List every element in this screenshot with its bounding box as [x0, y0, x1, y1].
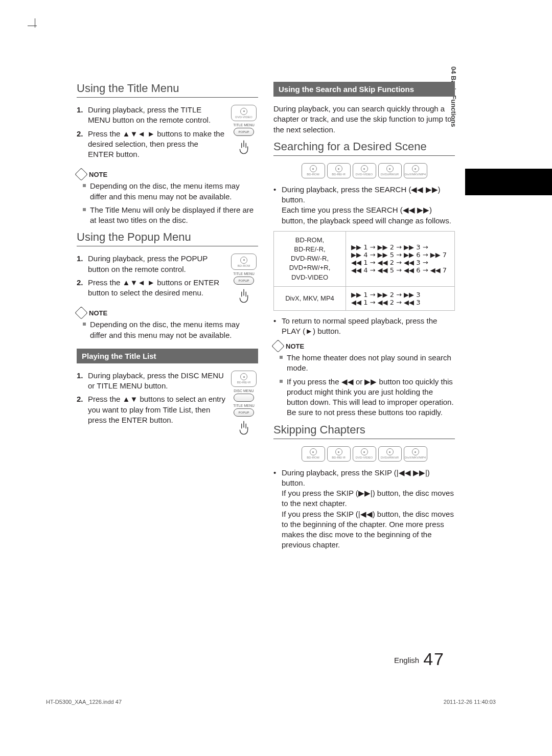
popup-button-icon: TITLE MENU POPUP — [233, 272, 255, 285]
heading-search-scene: Searching for a Desired Scene — [273, 140, 455, 156]
disc-badges-row: BD-ROM BD-RE/-R DVD-VIDEO DVD±RW/±R DivX… — [273, 446, 455, 462]
note-label: NOTE — [89, 171, 107, 178]
steps-title-list: During playback, press the DISC MENU or … — [77, 371, 225, 425]
disc-badge: DivX/MKV/MP4 — [404, 446, 427, 462]
hand-icon — [235, 138, 252, 155]
bullet-item: During playback, press the SKIP (|◀◀ ▶▶|… — [273, 468, 455, 551]
disc-badge: DVD±RW/±R — [378, 163, 402, 178]
remote-graphic: BD-RE/-R DISC MENU TITLE MENU POPUP — [229, 371, 258, 436]
note-block: NOTE Depending on the disc, the menu ite… — [77, 170, 258, 225]
heading-popup-menu: Using the Popup Menu — [77, 231, 258, 246]
step: Press the ▲▼ buttons to select an entry … — [77, 394, 225, 425]
remote-graphic: BD-ROM TITLE MENU POPUP — [229, 254, 258, 304]
note-block: NOTE The home theater does not play soun… — [273, 341, 455, 418]
note-block: NOTE Depending on the disc, the menu ite… — [77, 308, 258, 340]
disc-badge-bdrom: BD-ROM — [231, 254, 257, 270]
note-icon — [75, 307, 87, 319]
note-icon — [271, 339, 284, 352]
hand-icon — [235, 419, 252, 436]
disc-badge-dvdvideo: DVD-VIDEO — [231, 105, 257, 121]
left-column: Using the Title Menu During playback, pr… — [77, 82, 258, 556]
table-cell: ▶▶ 1 → ▶▶ 2 → ▶▶ 3 → ▶▶ 4 → ▶▶ 5 → ▶▶ 6 … — [346, 231, 455, 286]
note-item: Depending on the disc, the menu items ma… — [82, 319, 258, 340]
title-menu-button-icon: TITLE MENU POPUP — [233, 123, 255, 136]
page: 04 Basic Functions Using the Title Menu … — [0, 0, 552, 756]
table-cell: ▶▶ 1 → ▶▶ 2 → ▶▶ 3 ◀◀ 1 → ◀◀ 2 → ◀◀ 3 — [346, 286, 455, 310]
footer-timestamp: 2011-12-26 11:40:03 — [444, 699, 496, 705]
disc-badge: DVD-VIDEO — [353, 163, 376, 178]
bullet-item: During playback, press the SEARCH (◀◀ ▶▶… — [273, 185, 455, 226]
steps-title-menu: During playback, press the TITLE MENU bu… — [77, 105, 225, 159]
step: Press the ▲▼◄ ► buttons to make the desi… — [77, 129, 225, 160]
subheading-search-skip: Using the Search and Skip Functions — [273, 82, 455, 97]
step: During playback, press the TITLE MENU bu… — [77, 105, 225, 126]
heading-skipping-chapters: Skipping Chapters — [273, 423, 455, 439]
disc-badge: DVD±RW/±R — [378, 446, 402, 462]
crop-mark-icon — [28, 18, 45, 36]
thumb-tab — [465, 169, 552, 195]
footer-file: HT-D5300_XAA_1226.indd 47 — [46, 699, 122, 705]
intro-text: During playback, you can search quickly … — [273, 104, 455, 135]
note-label: NOTE — [286, 342, 304, 350]
hand-icon — [235, 287, 252, 304]
disc-menu-button-icon: DISC MENU — [234, 389, 254, 402]
disc-badge: BD-ROM — [302, 446, 325, 462]
table-cell: BD-ROM, BD-RE/-R, DVD-RW/-R, DVD+RW/+R, … — [274, 231, 346, 286]
page-number: English47 — [394, 649, 445, 669]
note-item: The home theater does not play sound in … — [279, 353, 455, 374]
disc-badges-row: BD-ROM BD-RE/-R DVD-VIDEO DVD±RW/±R DivX… — [273, 163, 455, 178]
note-label: NOTE — [89, 309, 107, 317]
disc-badge-bdrer: BD-RE/-R — [231, 371, 257, 387]
right-column: Using the Search and Skip Functions Duri… — [273, 82, 455, 556]
speed-table: BD-ROM, BD-RE/-R, DVD-RW/-R, DVD+RW/+R, … — [273, 231, 455, 311]
content-columns: Using the Title Menu During playback, pr… — [77, 82, 455, 556]
title-menu-button-icon: TITLE MENU POPUP — [233, 404, 255, 417]
heading-title-menu: Using the Title Menu — [77, 82, 258, 98]
note-icon — [75, 168, 87, 181]
disc-badge: DivX/MKV/MP4 — [404, 163, 427, 178]
note-item: If you press the ◀◀ or ▶▶ button too qui… — [279, 377, 455, 418]
note-item: The Title Menu will only be displayed if… — [82, 205, 258, 226]
disc-badge: BD-RE/-R — [327, 446, 351, 462]
table-cell: DivX, MKV, MP4 — [274, 286, 346, 310]
remote-graphic: DVD-VIDEO TITLE MENU POPUP — [229, 105, 258, 155]
steps-popup-menu: During playback, press the POPUP button … — [77, 254, 225, 298]
step: During playback, press the POPUP button … — [77, 254, 225, 274]
disc-badge: BD-RE/-R — [327, 163, 351, 178]
note-item: Depending on the disc, the menu items ma… — [82, 181, 258, 202]
step: Press the ▲▼◄ ► buttons or ENTER button … — [77, 278, 225, 299]
disc-badge: DVD-VIDEO — [353, 446, 376, 462]
table-row: BD-ROM, BD-RE/-R, DVD-RW/-R, DVD+RW/+R, … — [274, 231, 455, 286]
bullet-item: To return to normal speed playback, pres… — [273, 316, 455, 337]
table-row: DivX, MKV, MP4 ▶▶ 1 → ▶▶ 2 → ▶▶ 3 ◀◀ 1 →… — [274, 286, 455, 310]
disc-badge: BD-ROM — [302, 163, 325, 178]
step: During playback, press the DISC MENU or … — [77, 371, 225, 392]
subheading-title-list: Playing the Title List — [77, 349, 258, 363]
